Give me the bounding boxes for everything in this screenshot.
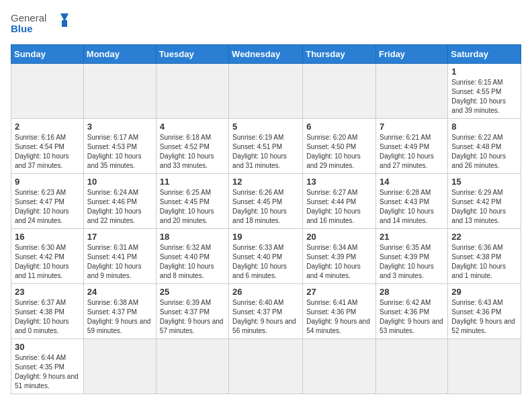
- day-info: Sunrise: 6:26 AM Sunset: 4:45 PM Dayligh…: [232, 189, 287, 224]
- day-info: Sunrise: 6:36 AM Sunset: 4:38 PM Dayligh…: [451, 244, 506, 279]
- day-number: 12: [232, 177, 299, 187]
- day-number: 7: [380, 122, 444, 132]
- calendar-cell: 7Sunrise: 6:21 AM Sunset: 4:49 PM Daylig…: [376, 119, 448, 174]
- calendar-cell: 15Sunrise: 6:29 AM Sunset: 4:42 PM Dayli…: [448, 174, 521, 229]
- day-number: 24: [87, 287, 152, 297]
- svg-text:Blue: Blue: [11, 23, 33, 34]
- calendar-cell: 24Sunrise: 6:38 AM Sunset: 4:37 PM Dayli…: [83, 284, 156, 339]
- calendar-cell: [303, 339, 376, 394]
- week-row-4: 16Sunrise: 6:30 AM Sunset: 4:42 PM Dayli…: [11, 229, 521, 284]
- week-row-1: 1Sunrise: 6:15 AM Sunset: 4:55 PM Daylig…: [11, 64, 521, 119]
- calendar-cell: 23Sunrise: 6:37 AM Sunset: 4:38 PM Dayli…: [11, 284, 84, 339]
- day-info: Sunrise: 6:22 AM Sunset: 4:48 PM Dayligh…: [451, 134, 506, 169]
- day-number: 14: [380, 177, 444, 187]
- weekday-header-wednesday: Wednesday: [229, 45, 303, 64]
- logo: GeneralBlue: [11, 11, 71, 36]
- week-row-3: 9Sunrise: 6:23 AM Sunset: 4:47 PM Daylig…: [11, 174, 521, 229]
- svg-rect-3: [62, 20, 67, 27]
- calendar-cell: [83, 339, 156, 394]
- weekday-header-sunday: Sunday: [11, 45, 84, 64]
- week-row-6: 30Sunrise: 6:44 AM Sunset: 4:35 PM Dayli…: [11, 339, 521, 394]
- day-number: 6: [306, 122, 372, 132]
- day-number: 4: [160, 122, 225, 132]
- calendar-table: SundayMondayTuesdayWednesdayThursdayFrid…: [11, 44, 521, 394]
- calendar-cell: 16Sunrise: 6:30 AM Sunset: 4:42 PM Dayli…: [11, 229, 84, 284]
- calendar-cell: [448, 339, 521, 394]
- day-number: 28: [380, 287, 444, 297]
- calendar-cell: 18Sunrise: 6:32 AM Sunset: 4:40 PM Dayli…: [156, 229, 228, 284]
- weekday-header-row: SundayMondayTuesdayWednesdayThursdayFrid…: [11, 45, 521, 64]
- day-info: Sunrise: 6:33 AM Sunset: 4:40 PM Dayligh…: [232, 244, 287, 279]
- day-number: 10: [87, 177, 152, 187]
- day-number: 23: [15, 287, 80, 297]
- calendar-cell: 11Sunrise: 6:25 AM Sunset: 4:45 PM Dayli…: [156, 174, 228, 229]
- day-number: 2: [15, 122, 80, 132]
- calendar-cell: [303, 64, 376, 119]
- calendar-cell: 21Sunrise: 6:35 AM Sunset: 4:39 PM Dayli…: [376, 229, 448, 284]
- day-number: 5: [232, 122, 299, 132]
- day-number: 13: [306, 177, 372, 187]
- calendar-cell: 30Sunrise: 6:44 AM Sunset: 4:35 PM Dayli…: [11, 339, 84, 394]
- day-info: Sunrise: 6:32 AM Sunset: 4:40 PM Dayligh…: [160, 244, 214, 279]
- day-number: 25: [160, 287, 225, 297]
- calendar-cell: 14Sunrise: 6:28 AM Sunset: 4:43 PM Dayli…: [376, 174, 448, 229]
- calendar-cell: [156, 64, 228, 119]
- calendar-cell: 27Sunrise: 6:41 AM Sunset: 4:36 PM Dayli…: [303, 284, 376, 339]
- day-number: 9: [15, 177, 80, 187]
- day-number: 11: [160, 177, 225, 187]
- weekday-header-friday: Friday: [376, 45, 448, 64]
- calendar-cell: 6Sunrise: 6:20 AM Sunset: 4:50 PM Daylig…: [303, 119, 376, 174]
- calendar-cell: [229, 64, 303, 119]
- calendar-cell: [229, 339, 303, 394]
- calendar-cell: [156, 339, 228, 394]
- weekday-header-monday: Monday: [83, 45, 156, 64]
- calendar-cell: 4Sunrise: 6:18 AM Sunset: 4:52 PM Daylig…: [156, 119, 228, 174]
- day-number: 3: [87, 122, 152, 132]
- calendar-cell: 29Sunrise: 6:43 AM Sunset: 4:36 PM Dayli…: [448, 284, 521, 339]
- day-info: Sunrise: 6:35 AM Sunset: 4:39 PM Dayligh…: [380, 244, 434, 279]
- weekday-header-saturday: Saturday: [448, 45, 521, 64]
- calendar-cell: 10Sunrise: 6:24 AM Sunset: 4:46 PM Dayli…: [83, 174, 156, 229]
- day-info: Sunrise: 6:44 AM Sunset: 4:35 PM Dayligh…: [15, 354, 79, 390]
- week-row-5: 23Sunrise: 6:37 AM Sunset: 4:38 PM Dayli…: [11, 284, 521, 339]
- day-info: Sunrise: 6:34 AM Sunset: 4:39 PM Dayligh…: [306, 244, 361, 279]
- day-number: 1: [451, 66, 517, 77]
- calendar-cell: 17Sunrise: 6:31 AM Sunset: 4:41 PM Dayli…: [83, 229, 156, 284]
- week-row-2: 2Sunrise: 6:16 AM Sunset: 4:54 PM Daylig…: [11, 119, 521, 174]
- calendar-cell: 3Sunrise: 6:17 AM Sunset: 4:53 PM Daylig…: [83, 119, 156, 174]
- calendar-cell: [376, 339, 448, 394]
- calendar-cell: [83, 64, 156, 119]
- day-info: Sunrise: 6:30 AM Sunset: 4:42 PM Dayligh…: [15, 244, 69, 279]
- calendar-cell: 22Sunrise: 6:36 AM Sunset: 4:38 PM Dayli…: [448, 229, 521, 284]
- calendar-cell: 19Sunrise: 6:33 AM Sunset: 4:40 PM Dayli…: [229, 229, 303, 284]
- day-info: Sunrise: 6:25 AM Sunset: 4:45 PM Dayligh…: [160, 189, 214, 224]
- day-info: Sunrise: 6:29 AM Sunset: 4:42 PM Dayligh…: [451, 189, 506, 224]
- day-number: 18: [160, 232, 225, 242]
- page-header: GeneralBlue: [11, 11, 521, 36]
- calendar-cell: 9Sunrise: 6:23 AM Sunset: 4:47 PM Daylig…: [11, 174, 84, 229]
- day-number: 17: [87, 232, 152, 242]
- calendar-cell: 1Sunrise: 6:15 AM Sunset: 4:55 PM Daylig…: [448, 64, 521, 119]
- day-info: Sunrise: 6:24 AM Sunset: 4:46 PM Dayligh…: [87, 189, 142, 224]
- day-number: 22: [451, 232, 517, 242]
- day-info: Sunrise: 6:17 AM Sunset: 4:53 PM Dayligh…: [87, 134, 142, 169]
- weekday-header-thursday: Thursday: [303, 45, 376, 64]
- day-info: Sunrise: 6:20 AM Sunset: 4:50 PM Dayligh…: [306, 134, 361, 169]
- day-info: Sunrise: 6:40 AM Sunset: 4:37 PM Dayligh…: [232, 299, 296, 334]
- day-number: 29: [451, 287, 517, 297]
- calendar-cell: 13Sunrise: 6:27 AM Sunset: 4:44 PM Dayli…: [303, 174, 376, 229]
- logo-svg: GeneralBlue: [11, 11, 71, 36]
- calendar-cell: 28Sunrise: 6:42 AM Sunset: 4:36 PM Dayli…: [376, 284, 448, 339]
- day-info: Sunrise: 6:19 AM Sunset: 4:51 PM Dayligh…: [232, 134, 287, 169]
- day-info: Sunrise: 6:31 AM Sunset: 4:41 PM Dayligh…: [87, 244, 142, 279]
- day-info: Sunrise: 6:28 AM Sunset: 4:43 PM Dayligh…: [380, 189, 434, 224]
- day-info: Sunrise: 6:41 AM Sunset: 4:36 PM Dayligh…: [306, 299, 370, 334]
- day-info: Sunrise: 6:16 AM Sunset: 4:54 PM Dayligh…: [15, 134, 69, 169]
- calendar-cell: 20Sunrise: 6:34 AM Sunset: 4:39 PM Dayli…: [303, 229, 376, 284]
- day-info: Sunrise: 6:21 AM Sunset: 4:49 PM Dayligh…: [380, 134, 434, 169]
- calendar-cell: 8Sunrise: 6:22 AM Sunset: 4:48 PM Daylig…: [448, 119, 521, 174]
- day-number: 16: [15, 232, 80, 242]
- day-number: 19: [232, 232, 299, 242]
- day-info: Sunrise: 6:38 AM Sunset: 4:37 PM Dayligh…: [87, 299, 151, 334]
- weekday-header-tuesday: Tuesday: [156, 45, 228, 64]
